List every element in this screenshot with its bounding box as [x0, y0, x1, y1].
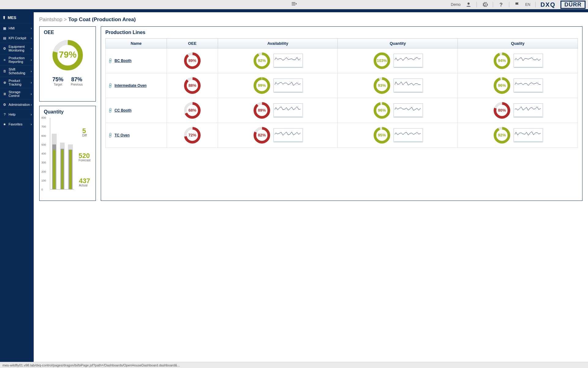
- sidebar-item-label: Product Tracking: [9, 79, 31, 86]
- sidebar-item-hmi[interactable]: ▦HMI›: [0, 23, 34, 33]
- svg-text:?: ?: [499, 2, 503, 8]
- statusbar-text: mes-wildfly01.v98.lab/dxq-control/pages/…: [2, 363, 180, 367]
- metric-donut: 89%: [253, 101, 271, 120]
- sidebar-item-shift-scheduling[interactable]: 🗓Shift Scheduling›: [0, 65, 34, 77]
- topbar: Demo ? EN DXQ DÜRR: [0, 0, 588, 9]
- oee-target-label: Target: [52, 83, 63, 86]
- sidebar-item-label: Favorites: [9, 122, 31, 126]
- svg-text:92%: 92%: [498, 133, 506, 137]
- metric-donut: 94%: [493, 52, 511, 70]
- sparkline: [394, 103, 423, 117]
- flag-icon[interactable]: [514, 2, 520, 8]
- metric-donut: 96%: [493, 76, 511, 95]
- metric-donut: 92%: [493, 126, 511, 144]
- chevron-right-icon: ›: [31, 47, 32, 50]
- report-icon: ≡: [2, 58, 7, 62]
- row-name-cell: 🔗BC Booth: [106, 48, 167, 73]
- svg-text:80%: 80%: [498, 108, 506, 113]
- breadcrumb-current: Top Coat (Production Area): [68, 17, 136, 22]
- sparkline: [273, 54, 303, 68]
- line-link[interactable]: BC Booth: [115, 59, 131, 63]
- metric-donut: 80%: [493, 101, 511, 120]
- quantity-panel: Quantity 0100200300400500600700800 5 Dif…: [39, 106, 96, 201]
- quantity-cell: 93%: [338, 73, 458, 98]
- sidebar-item-product-tracking[interactable]: ⊕Product Tracking›: [0, 77, 34, 88]
- main-content: Paintshop > Top Coat (Production Area) O…: [34, 12, 588, 368]
- top-stripe: [0, 9, 588, 12]
- production-lines-title: Production Lines: [101, 27, 582, 37]
- quantity-title: Quantity: [40, 106, 96, 117]
- fav-icon: ★: [2, 122, 7, 126]
- chevron-right-icon: ›: [31, 113, 32, 116]
- chevron-right-icon: ›: [31, 122, 32, 126]
- sparkline: [514, 103, 543, 117]
- line-link[interactable]: Intermediate Oven: [115, 83, 147, 88]
- metric-donut: 93%: [373, 76, 391, 95]
- column-quantity: Quantity: [338, 39, 458, 48]
- sidebar-item-label: Help: [9, 113, 31, 116]
- help-icon[interactable]: ?: [498, 2, 504, 8]
- ytick-label: 300: [41, 161, 46, 164]
- quantity-cell: 95%: [338, 123, 458, 148]
- svg-text:96%: 96%: [498, 83, 506, 88]
- sidebar-item-production-reporting[interactable]: ≡Production Reporting›: [0, 54, 34, 65]
- link-icon: 🔗: [107, 82, 113, 89]
- quantity-cell: 96%: [338, 98, 458, 123]
- separator: [493, 2, 493, 7]
- durr-logo: DÜRR: [560, 1, 586, 9]
- sidebar-title-label: MES: [8, 15, 16, 20]
- separator: [509, 2, 509, 7]
- svg-point-3: [468, 2, 470, 5]
- sidebar-item-favorites[interactable]: ★Favorites›: [0, 119, 34, 129]
- availability-cell: 82%: [218, 123, 338, 148]
- oee-title: OEE: [40, 27, 58, 37]
- sidebar-title[interactable]: ⬆ MES: [0, 12, 34, 23]
- sidebar-item-kpi-cockpit[interactable]: ▤KPI Cockpit›: [0, 33, 34, 43]
- quantity-cell: 103%: [338, 48, 458, 73]
- svg-text:96%: 96%: [378, 108, 386, 113]
- ytick-label: 100: [41, 179, 46, 182]
- separator: [477, 2, 477, 7]
- metric-donut: 68%: [183, 101, 202, 120]
- metric-donut: 99%: [253, 76, 271, 95]
- row-name-cell: 🔗TC Oven: [106, 123, 167, 148]
- availability-cell: 99%: [218, 73, 338, 98]
- admin-icon: ⚙: [2, 102, 7, 107]
- column-availability: Availability: [218, 39, 338, 48]
- production-lines-table: NameOEEAvailabilityQuantityQuality 🔗BC B…: [105, 38, 578, 148]
- sidebar-item-label: Storage Control: [9, 90, 31, 98]
- oee-previous-label: Previous: [71, 83, 83, 86]
- svg-text:89%: 89%: [188, 58, 196, 63]
- bar: [69, 150, 72, 189]
- svg-text:72%: 72%: [188, 133, 196, 137]
- sparkline: [514, 128, 543, 142]
- language-label[interactable]: EN: [525, 2, 530, 7]
- sidebar-item-help[interactable]: ?Help›: [0, 109, 34, 119]
- column-quality: Quality: [458, 39, 578, 48]
- chevron-right-icon: ›: [31, 81, 32, 84]
- sidebar-item-label: Shift Scheduling: [9, 67, 31, 75]
- arrow-up-icon: ⬆: [2, 15, 6, 20]
- shift-icon: 🗓: [2, 69, 7, 73]
- production-lines-panel: Production Lines NameOEEAvailabilityQuan…: [101, 26, 582, 201]
- sparkline: [394, 79, 423, 93]
- settings-icon[interactable]: [482, 2, 488, 8]
- table-row: 🔗BC Booth 89% 92% 103% 94%: [106, 48, 578, 73]
- line-link[interactable]: CC Booth: [115, 108, 131, 113]
- breadcrumb-parent[interactable]: Paintshop: [39, 17, 62, 22]
- sidebar-item-equipment-monitoring[interactable]: ⚙Equipment Monitoring›: [0, 43, 34, 54]
- sidebar-item-administration[interactable]: ⚙Administration›: [0, 99, 34, 109]
- column-name: Name: [106, 39, 167, 48]
- sidebar-item-storage-control[interactable]: ≣Storage Control›: [0, 88, 34, 99]
- metric-donut: 92%: [253, 52, 271, 70]
- sidebar-item-label: Production Reporting: [9, 56, 31, 63]
- help-icon: ?: [2, 112, 7, 117]
- hmi-icon: ▦: [2, 26, 7, 30]
- breadcrumb: Paintshop > Top Coat (Production Area): [39, 17, 582, 23]
- ytick-label: 200: [41, 170, 46, 173]
- svg-text:82%: 82%: [258, 133, 266, 137]
- user-icon[interactable]: [466, 2, 472, 8]
- chevron-right-icon: ›: [31, 69, 32, 73]
- line-link[interactable]: TC Oven: [115, 133, 130, 137]
- bar: [61, 150, 64, 189]
